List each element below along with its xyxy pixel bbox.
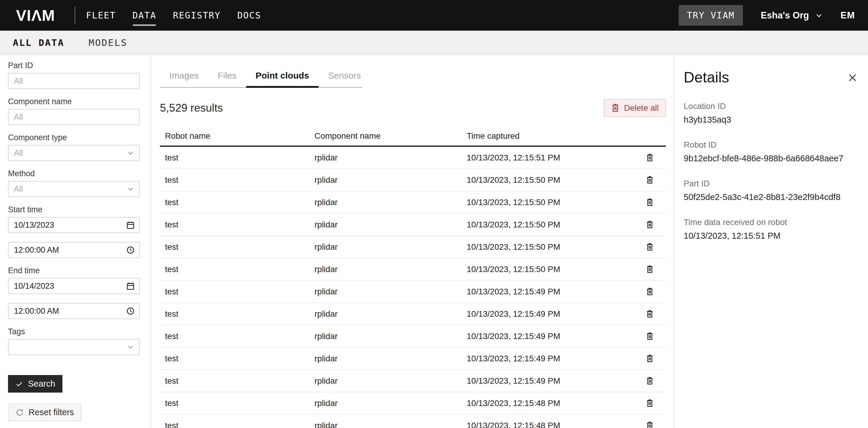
table-row[interactable]: test rplidar 10/13/2023, 12:15:50 PM	[160, 191, 666, 214]
tab-images[interactable]: Images	[160, 69, 208, 87]
table-row[interactable]: test rplidar 10/13/2023, 12:15:48 PM	[160, 392, 666, 415]
tab-all-data[interactable]: ALL DATA	[13, 37, 64, 48]
cell-component-name: rplidar	[314, 287, 467, 296]
table-row[interactable]: test rplidar 10/13/2023, 12:15:50 PM	[160, 169, 666, 191]
delete-all-button[interactable]: Delete all	[604, 99, 666, 117]
end-date-input[interactable]	[8, 278, 140, 294]
part-id-input[interactable]	[8, 73, 140, 89]
chevron-down-icon	[127, 149, 134, 157]
column-robot-name: Robot name	[165, 131, 314, 141]
cell-component-name: rplidar	[314, 399, 467, 408]
start-time-label: Start time	[8, 205, 140, 214]
table-row[interactable]: test rplidar 10/13/2023, 12:15:49 PM	[160, 325, 666, 348]
part-id-label: Part ID	[8, 61, 140, 70]
user-menu[interactable]: EM	[841, 10, 855, 21]
delete-row-button[interactable]	[646, 265, 654, 274]
trash-icon	[611, 103, 620, 113]
column-time-captured: Time captured	[467, 131, 639, 141]
delete-row-button[interactable]	[646, 354, 654, 363]
check-icon	[15, 380, 24, 388]
method-label: Method	[8, 169, 140, 178]
cell-robot-name: test	[165, 287, 314, 296]
cell-time-captured: 10/13/2023, 12:15:48 PM	[467, 399, 639, 408]
table-row[interactable]: test rplidar 10/13/2023, 12:15:49 PM	[160, 303, 666, 325]
tags-select[interactable]	[8, 339, 140, 355]
component-name-input[interactable]	[8, 109, 140, 125]
calendar-icon[interactable]	[126, 221, 135, 229]
table-row[interactable]: test rplidar 10/13/2023, 12:15:49 PM	[160, 281, 666, 303]
cell-robot-name: test	[165, 421, 314, 428]
details-title: Details	[684, 69, 729, 86]
field-value: 10/13/2023, 12:15:51 PM	[684, 231, 858, 241]
tab-sensors[interactable]: Sensors	[319, 69, 370, 87]
cell-component-name: rplidar	[314, 242, 467, 252]
table-row[interactable]: test rplidar 10/13/2023, 12:15:50 PM	[160, 258, 666, 281]
table-row[interactable]: test rplidar 10/13/2023, 12:15:48 PM	[160, 415, 666, 428]
cell-robot-name: test	[165, 354, 314, 364]
table-row[interactable]: test rplidar 10/13/2023, 12:15:49 PM	[160, 348, 666, 370]
delete-row-button[interactable]	[646, 220, 654, 229]
cell-component-name: rplidar	[314, 376, 467, 386]
table-row[interactable]: test rplidar 10/13/2023, 12:15:51 PM	[160, 147, 666, 169]
component-type-value: All	[14, 148, 23, 158]
delete-row-button[interactable]	[646, 176, 654, 184]
table-row[interactable]: test rplidar 10/13/2023, 12:15:49 PM	[160, 370, 666, 392]
delete-row-button[interactable]	[646, 198, 654, 207]
method-select[interactable]: All	[8, 181, 140, 197]
cell-component-name: rplidar	[314, 220, 467, 229]
delete-row-button[interactable]	[646, 310, 654, 318]
table-row[interactable]: test rplidar 10/13/2023, 12:15:50 PM	[160, 214, 666, 236]
nav-item-fleet[interactable]: FLEET	[86, 10, 116, 21]
clock-icon[interactable]	[126, 246, 135, 255]
cell-time-captured: 10/13/2023, 12:15:49 PM	[467, 287, 639, 296]
details-field-location-id: Location ID h3yb135aq3	[684, 102, 858, 125]
cell-time-captured: 10/13/2023, 12:15:49 PM	[467, 354, 639, 364]
cell-component-name: rplidar	[314, 332, 467, 341]
nav-item-data[interactable]: DATA	[132, 10, 156, 21]
org-switcher[interactable]: Esha's Org	[761, 10, 823, 21]
field-label: Part ID	[684, 179, 858, 189]
field-label: Robot ID	[684, 140, 858, 150]
chevron-down-icon	[815, 11, 823, 19]
page-body: Part ID Component name Component type Al…	[0, 55, 868, 428]
start-date-input[interactable]	[8, 217, 140, 233]
cell-time-captured: 10/13/2023, 12:15:50 PM	[467, 175, 639, 185]
results-count: 5,529 results	[160, 102, 223, 114]
field-label: Time data received on robot	[684, 218, 858, 227]
delete-row-button[interactable]	[646, 287, 654, 296]
tab-files[interactable]: Files	[208, 69, 246, 87]
details-field-robot-id: Robot ID 9b12ebcf-bfe8-486e-988b-6a66864…	[684, 140, 858, 163]
calendar-icon[interactable]	[126, 282, 135, 290]
nav-item-docs[interactable]: DOCS	[237, 10, 261, 21]
cell-component-name: rplidar	[314, 354, 467, 364]
cell-component-name: rplidar	[314, 175, 467, 185]
table-row[interactable]: test rplidar 10/13/2023, 12:15:50 PM	[160, 236, 666, 258]
cell-robot-name: test	[165, 376, 314, 386]
delete-row-button[interactable]	[646, 399, 654, 408]
cell-time-captured: 10/13/2023, 12:15:49 PM	[467, 376, 639, 386]
viam-logo[interactable]: VIΛM	[16, 6, 55, 24]
details-field-time-received: Time data received on robot 10/13/2023, …	[684, 218, 858, 241]
field-value: h3yb135aq3	[684, 115, 858, 125]
cell-robot-name: test	[165, 175, 314, 185]
clock-icon[interactable]	[126, 307, 135, 315]
tab-point-clouds[interactable]: Point clouds	[246, 69, 319, 87]
delete-row-button[interactable]	[646, 153, 654, 162]
delete-row-button[interactable]	[646, 376, 654, 386]
try-viam-button[interactable]: TRY VIAM	[679, 5, 743, 26]
nav-item-registry[interactable]: REGISTRY	[173, 10, 221, 21]
org-name: Esha's Org	[761, 10, 809, 21]
cell-time-captured: 10/13/2023, 12:15:50 PM	[467, 220, 639, 229]
details-field-part-id: Part ID 50f25de2-5a3c-41e2-8b81-23e2f9b4…	[684, 179, 858, 202]
reset-filters-button[interactable]: Reset filters	[8, 404, 81, 421]
delete-row-button[interactable]	[646, 332, 654, 341]
delete-row-button[interactable]	[646, 421, 654, 428]
component-type-select[interactable]: All	[8, 145, 140, 161]
tab-models[interactable]: MODELS	[89, 37, 127, 48]
cell-time-captured: 10/13/2023, 12:15:49 PM	[467, 332, 639, 341]
start-time-input[interactable]	[8, 242, 140, 258]
search-button[interactable]: Search	[8, 375, 62, 393]
delete-row-button[interactable]	[646, 242, 654, 252]
close-icon[interactable]	[847, 72, 858, 83]
end-time-input[interactable]	[8, 303, 140, 319]
